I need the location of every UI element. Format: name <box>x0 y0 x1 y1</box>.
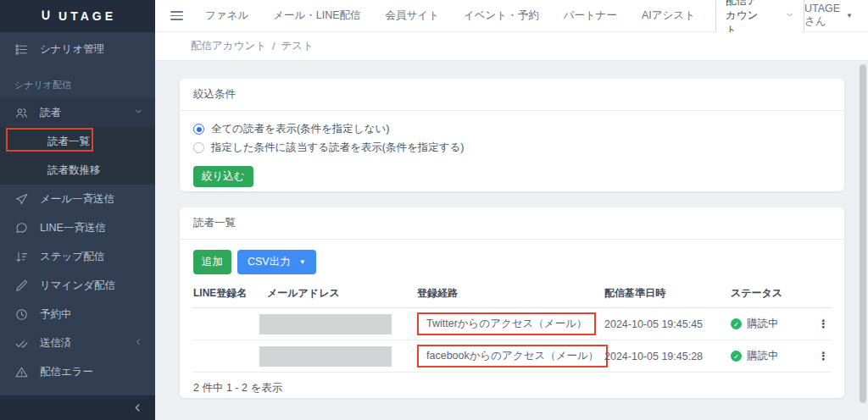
logo[interactable]: UTAGE <box>0 0 155 32</box>
sidebar-item-readers[interactable]: 読者 <box>0 98 155 127</box>
sidebar-item-label: シナリオ管理 <box>40 42 104 57</box>
caret-down-icon: ▼ <box>299 258 306 266</box>
main-area: ファネル メール・LINE配信 会員サイト イベント・予約 パートナー AIアシ… <box>155 0 868 420</box>
status-label: 購読中 <box>747 349 779 363</box>
sidebar-item-line-broadcast[interactable]: LINE一斉送信 <box>0 213 155 242</box>
sidebar-item-readers-trend[interactable]: 読者数推移 <box>0 156 155 185</box>
table-row: Twitterからのアクセス（メール） 2024-10-05 19:45:45 … <box>193 308 831 340</box>
nav-partner[interactable]: パートナー <box>564 8 617 23</box>
status-label: 購読中 <box>747 317 779 331</box>
sidebar-item-delivery-error[interactable]: 配信エラー <box>0 357 155 386</box>
steps-icon <box>14 250 29 264</box>
sidebar-item-label: ステップ配信 <box>40 250 104 264</box>
chat-icon <box>14 221 29 235</box>
radio-conditional-label: 指定した条件に該当する読者を表示(条件を指定する) <box>211 141 464 155</box>
table-row: facebookからのアクセス（メール） 2024-10-05 19:45:28… <box>193 340 831 373</box>
radio-show-all-label: 全ての読者を表示(条件を指定しない) <box>211 122 389 136</box>
cell-base-datetime: 2024-10-05 19:45:45 <box>604 318 731 330</box>
radio-unchecked-icon[interactable] <box>193 142 204 153</box>
filter-conditions-card: 絞込条件 全ての読者を表示(条件を指定しない) 指定した条件に該当する読者を表示… <box>180 79 844 191</box>
pencil-icon <box>14 279 29 293</box>
add-button[interactable]: 追加 <box>193 250 231 274</box>
chevron-left-icon <box>134 337 143 349</box>
cell-base-datetime: 2024-10-05 19:45:28 <box>604 351 731 362</box>
topbar: ファネル メール・LINE配信 会員サイト イベント・予約 パートナー AIアシ… <box>155 0 868 32</box>
utage-logo-icon <box>39 9 53 23</box>
annotation-box-route: facebookからのアクセス（メール） <box>417 345 608 368</box>
col-status: ステータス <box>731 286 818 301</box>
sidebar-item-step-delivery[interactable]: ステップ配信 <box>0 242 155 271</box>
caret-down-icon: ▼ <box>846 12 853 19</box>
sidebar-item-sent[interactable]: 送信済 <box>0 329 155 357</box>
filter-submit-button[interactable]: 絞り込む <box>193 166 253 187</box>
top-nav: ファネル メール・LINE配信 会員サイト イベント・予約 パートナー AIアシ… <box>205 8 695 23</box>
breadcrumb-current: テスト <box>281 39 313 53</box>
col-line-name: LINE登録名 <box>193 286 267 301</box>
nav-funnel[interactable]: ファネル <box>205 8 248 23</box>
row-actions-kebab-icon[interactable]: ⋮ <box>818 318 834 329</box>
sidebar-item-label: 読者数推移 <box>47 163 101 178</box>
sidebar-section-label: シナリオ配信 <box>0 64 155 98</box>
sidebar-item-label: LINE一斉送信 <box>40 221 106 235</box>
csv-export-button[interactable]: CSV出力 ▼ <box>237 250 316 274</box>
user-name: UTAGE さん <box>804 3 840 29</box>
col-base-datetime: 配信基準日時 <box>604 286 731 301</box>
breadcrumb-parent[interactable]: 配信アカウント <box>191 39 266 53</box>
warning-icon <box>14 365 29 379</box>
sidebar: UTAGE シナリオ管理 シナリオ配信 読者 読者一覧 読者 <box>0 0 155 420</box>
sidebar-item-label: 配信エラー <box>40 365 93 379</box>
chevron-left-icon <box>132 402 143 413</box>
logo-text: UTAGE <box>58 9 116 23</box>
sidebar-item-scenario-management[interactable]: シナリオ管理 <box>0 35 155 64</box>
nav-member-site[interactable]: 会員サイト <box>386 8 439 23</box>
table-header-row: LINE登録名 メールアドレス 登録経路 配信基準日時 ステータス <box>193 286 831 308</box>
sidebar-collapse-button[interactable] <box>0 395 155 420</box>
redacted-email-block <box>259 314 392 334</box>
col-email: メールアドレス <box>267 286 417 301</box>
chevron-down-icon <box>785 10 794 22</box>
annotation-box-route: Twitterからのアクセス（メール） <box>417 312 596 335</box>
breadcrumb: 配信アカウント / テスト <box>155 32 868 61</box>
sidebar-item-label: 送信済 <box>40 336 72 351</box>
breadcrumb-separator: / <box>272 41 275 52</box>
scenario-list-icon <box>14 42 29 57</box>
check-circle-icon: ✓ <box>731 351 742 362</box>
sidebar-item-mail-broadcast[interactable]: メール一斉送信 <box>0 185 155 213</box>
sidebar-item-readers-list[interactable]: 読者一覧 <box>0 127 155 156</box>
app-root: UTAGE シナリオ管理 シナリオ配信 読者 読者一覧 読者 <box>0 0 868 420</box>
nav-mail-line-delivery[interactable]: メール・LINE配信 <box>273 8 360 23</box>
sidebar-item-reminder-delivery[interactable]: リマインダ配信 <box>0 271 155 300</box>
double-check-icon <box>14 336 29 351</box>
sidebar-item-label: 読者一覧 <box>47 135 90 149</box>
sidebar-item-label: リマインダ配信 <box>40 279 115 293</box>
nav-ai-assist[interactable]: AIアシスト <box>642 8 695 23</box>
nav-event-reservation[interactable]: イベント・予約 <box>464 8 539 23</box>
csv-export-label: CSV出力 <box>248 255 291 269</box>
readers-list-card: 読者一覧 追加 CSV出力 ▼ LINE登録名 メールアドレス 登録経路 <box>180 207 844 398</box>
send-icon <box>14 192 29 207</box>
status-badge: ✓ 購読中 <box>731 349 818 363</box>
row-actions-kebab-icon[interactable]: ⋮ <box>818 351 834 362</box>
sidebar-item-label: 読者 <box>40 106 61 120</box>
sidebar-item-scheduled[interactable]: 予約中 <box>0 300 155 329</box>
readers-card-title: 読者一覧 <box>180 207 844 240</box>
hamburger-menu-icon[interactable] <box>170 11 183 20</box>
users-icon <box>14 106 29 120</box>
clock-icon <box>14 307 29 322</box>
check-circle-icon: ✓ <box>731 318 742 329</box>
radio-checked-icon[interactable] <box>193 124 204 135</box>
chevron-down-icon <box>134 107 143 119</box>
pagination-summary: 2 件中 1 - 2 を表示 <box>193 381 831 395</box>
readers-table: LINE登録名 メールアドレス 登録経路 配信基準日時 ステータス Twitte… <box>193 286 831 373</box>
content: 絞込条件 全ての読者を表示(条件を指定しない) 指定した条件に該当する読者を表示… <box>155 61 868 420</box>
sidebar-item-label: メール一斉送信 <box>40 192 114 207</box>
sidebar-item-label: 予約中 <box>40 307 72 322</box>
redacted-email-block <box>259 346 392 367</box>
col-registration-route: 登録経路 <box>417 286 604 301</box>
status-badge: ✓ 購読中 <box>731 317 818 331</box>
vertical-scrollbar[interactable] <box>860 64 866 403</box>
user-menu[interactable]: UTAGE さん ▼ <box>804 3 853 29</box>
filter-card-title: 絞込条件 <box>180 79 844 111</box>
radio-show-conditional-readers[interactable]: 指定した条件に該当する読者を表示(条件を指定する) <box>193 141 831 155</box>
radio-show-all-readers[interactable]: 全ての読者を表示(条件を指定しない) <box>193 122 831 136</box>
